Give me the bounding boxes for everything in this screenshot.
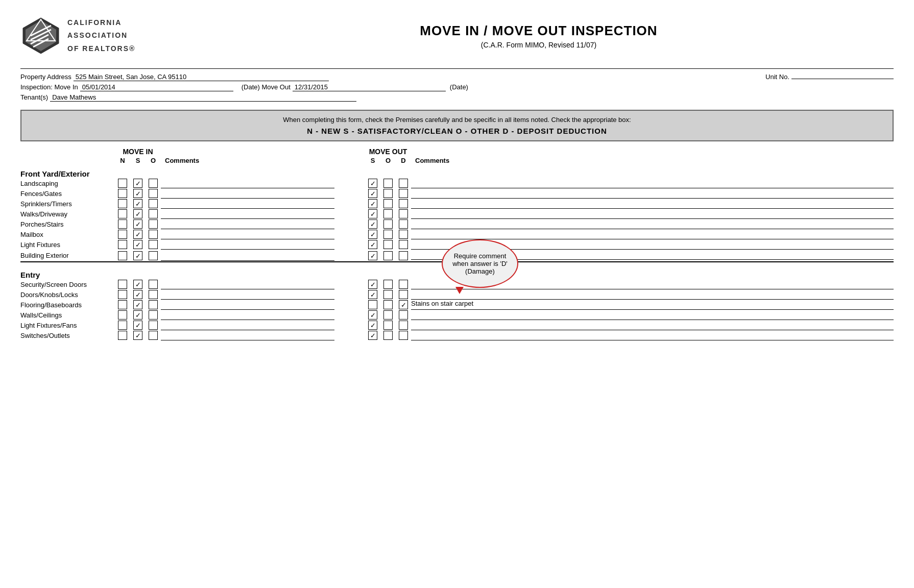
move-out-d-cell[interactable] [396,209,411,219]
move-out-comment-cell [411,320,894,330]
move-out-s-cell[interactable] [365,188,380,199]
move-out-comment-cell [411,199,894,209]
move-out-d-cell[interactable] [396,199,411,209]
move-in-o-cell[interactable] [146,300,161,310]
move-in-o-cell[interactable] [146,330,161,340]
move-in-s-cell[interactable] [130,239,146,250]
move-in-o-cell[interactable] [146,279,161,289]
move-in-n-cell[interactable] [115,310,130,320]
move-out-o-cell[interactable] [380,199,396,209]
move-out-d-cell[interactable] [396,250,411,262]
move-in-n-cell[interactable] [115,250,130,262]
move-in-n-cell[interactable] [115,188,130,199]
move-in-o-cell[interactable] [146,289,161,300]
move-in-n-cell[interactable] [115,199,130,209]
move-out-d-cell[interactable] [396,229,411,239]
move-in-n-cell[interactable] [115,209,130,219]
move-out-d-cell[interactable] [396,310,411,320]
move-in-n-cell[interactable] [115,289,130,300]
item-label: Sprinklers/Timers [20,199,115,209]
move-in-s-cell[interactable] [130,229,146,239]
move-out-s-cell[interactable] [365,239,380,250]
move-out-d-cell[interactable] [396,239,411,250]
move-out-o-cell[interactable] [380,320,396,330]
move-in-n-cell[interactable] [115,239,130,250]
move-out-s-cell[interactable] [365,310,380,320]
move-in-s-cell[interactable] [130,289,146,300]
move-out-comment-cell [411,219,894,229]
move-in-o-cell[interactable] [146,310,161,320]
move-in-o-cell[interactable] [146,178,161,188]
move-in-o-cell[interactable] [146,219,161,229]
move-out-s-cell[interactable] [365,279,380,289]
move-out-d-cell[interactable] [396,330,411,340]
move-out-o-cell[interactable] [380,300,396,310]
move-out-o-cell[interactable] [380,279,396,289]
move-out-o-cell[interactable] [380,229,396,239]
move-in-s-cell[interactable] [130,178,146,188]
move-in-n-cell[interactable] [115,300,130,310]
move-in-s-cell[interactable] [130,330,146,340]
move-out-s-cell[interactable] [365,199,380,209]
title-area: MOVE IN / MOVE OUT INSPECTION (C.A.R. Fo… [184,23,894,49]
col-comments2-header: Comments [411,156,894,165]
move-in-s-cell[interactable] [130,188,146,199]
move-out-o-cell[interactable] [380,209,396,219]
move-out-d-cell[interactable] [396,289,411,300]
move-in-o-cell[interactable] [146,320,161,330]
move-in-n-cell[interactable] [115,279,130,289]
move-in-n-cell[interactable] [115,330,130,340]
move-out-d-cell[interactable] [396,300,411,310]
instructions-codes: N - NEW S - SATISFACTORY/CLEAN O - OTHER… [32,127,882,135]
move-out-s-cell[interactable] [365,300,380,310]
move-in-s-cell[interactable] [130,300,146,310]
move-out-o-cell[interactable] [380,310,396,320]
move-in-s-cell[interactable] [130,209,146,219]
move-out-s-cell[interactable] [365,229,380,239]
move-in-s-cell[interactable] [130,310,146,320]
move-in-n-cell[interactable] [115,219,130,229]
instructions-text: When completing this form, check the Pre… [32,116,882,124]
move-in-o-cell[interactable] [146,229,161,239]
move-in-o-cell[interactable] [146,250,161,262]
col-s2-header: S [365,156,380,165]
move-out-s-cell[interactable] [365,250,380,262]
move-in-comment-cell [161,330,334,340]
move-in-s-cell[interactable] [130,219,146,229]
move-out-d-cell[interactable] [396,219,411,229]
move-in-s-cell[interactable] [130,199,146,209]
move-out-o-cell[interactable] [380,178,396,188]
move-out-comment-cell [411,188,894,199]
move-out-s-cell[interactable] [365,178,380,188]
move-out-d-cell[interactable] [396,178,411,188]
move-in-n-cell[interactable] [115,229,130,239]
move-out-o-cell[interactable] [380,219,396,229]
move-out-s-cell[interactable] [365,330,380,340]
move-in-o-cell[interactable] [146,188,161,199]
move-out-o-cell[interactable] [380,330,396,340]
address-label: Property Address [20,73,71,81]
move-out-d-cell[interactable] [396,188,411,199]
move-out-o-cell[interactable] [380,250,396,262]
move-in-o-cell[interactable] [146,239,161,250]
move-in-n-cell[interactable] [115,178,130,188]
move-out-s-cell[interactable] [365,209,380,219]
move-out-s-cell[interactable] [365,289,380,300]
move-out-d-cell[interactable] [396,279,411,289]
move-out-o-cell[interactable] [380,289,396,300]
move-out-s-cell[interactable] [365,320,380,330]
logo-area: CALIFORNIA ASSOCIATION OF REALTORS® [20,15,184,56]
move-in-n-cell[interactable] [115,320,130,330]
move-out-o-cell[interactable] [380,188,396,199]
move-out-s-cell[interactable] [365,219,380,229]
move-out-o-cell[interactable] [380,239,396,250]
inspection-row: Inspection: Move In 05/01/2014 (Date) Mo… [20,83,894,91]
move-out-comment-cell [411,229,894,239]
move-in-s-cell[interactable] [130,279,146,289]
move-in-comment-cell [161,209,334,219]
move-in-o-cell[interactable] [146,199,161,209]
move-in-o-cell[interactable] [146,209,161,219]
move-out-d-cell[interactable] [396,320,411,330]
move-in-s-cell[interactable] [130,320,146,330]
move-in-s-cell[interactable] [130,250,146,262]
